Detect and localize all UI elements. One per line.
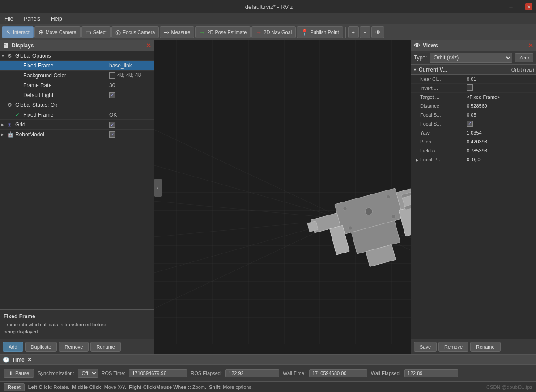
focus-camera-tool[interactable]: ◎ Focus Camera [111,26,159,38]
global-status-item[interactable]: ⚙ Global Status: Ok [0,100,154,110]
pause-button[interactable]: ⏸ Pause [4,369,34,378]
current-view-section: ▼ Current V... Orbit (rviz) [411,65,536,75]
close-button[interactable]: ✕ [525,3,532,10]
views-panel: 👁 Views ✕ Type: Orbit (rviz) Zero ▼ Curr… [411,40,536,354]
focal-point-label: ▶ Focal P... [411,157,465,162]
duplicate-display-button[interactable]: Duplicate [25,342,57,352]
views-tree: ▼ Current V... Orbit (rviz) Near Cl... 0… [411,65,536,339]
remove-display-button[interactable]: Remove [59,342,89,352]
fixed-frame-value: base_link [109,63,154,69]
measure-tool[interactable]: ⊸ Measure [160,26,194,38]
select-icon: ▭ [85,29,91,36]
pose-estimate-icon: → [199,29,205,36]
viewport-3d[interactable]: ‹ › [154,40,411,354]
focal-shape-fixed-checkbox[interactable]: ✓ [467,121,473,127]
invert-checkbox[interactable] [467,84,473,91]
publish-point-tool[interactable]: 📍 Publish Point [297,26,343,38]
time-panel-close[interactable]: ✕ [27,357,32,363]
default-light-label: Default Light [22,92,109,98]
robot-model-icon: 🤖 [7,131,14,138]
ros-elapsed-field[interactable] [225,369,279,377]
views-remove-button[interactable]: Remove [438,342,468,352]
move-camera-tool[interactable]: ⊕ Move Camera [34,26,81,38]
grid-item[interactable]: ▶ ⊞ Grid ✓ [0,120,154,130]
remove-tool-button[interactable]: − [360,26,370,38]
pause-icon: ⏸ [9,371,13,376]
frame-rate-item[interactable]: Frame Rate 30 [0,80,154,90]
views-zero-button[interactable]: Zero [515,53,533,62]
fixed-frame-label: Fixed Frame [22,63,109,69]
grid-expand: ▶ [1,122,7,127]
ff-ok-icon: ✓ [15,112,22,118]
global-options-icon: ⚙ [7,53,14,59]
menubar: File Panels Help [0,13,536,24]
pose-estimate-tool[interactable]: → 2D Pose Estimate [195,26,251,38]
views-rename-button[interactable]: Rename [470,342,501,352]
displays-panel-close[interactable]: ✕ [146,42,151,49]
views-type-select[interactable]: Orbit (rviz) [430,53,512,63]
field-of-view-value: 0.785398 [465,148,536,153]
bg-color-swatch [109,72,115,79]
time-panel-header: 🕐 Time ✕ [0,355,536,365]
grid-check[interactable]: ✓ [109,122,115,128]
focus-camera-label: Focus Camera [123,30,155,35]
pitch-value: 0.420398 [465,139,536,144]
robot-model-check[interactable]: ✓ [109,131,115,138]
views-panel-close[interactable]: ✕ [528,42,533,49]
menu-help[interactable]: Help [48,15,65,23]
default-light-check[interactable]: ✓ [109,92,115,98]
time-panel: 🕐 Time ✕ ⏸ Pause Synchronization: Off RO… [0,354,536,381]
select-label: Select [93,30,107,35]
near-clip-label: Near Cl... [411,76,465,82]
global-options-label: Global Options [14,53,109,59]
robot-model-value: ✓ [109,131,154,138]
toolbar: ↖ Interact ⊕ Move Camera ▭ Select ◎ Focu… [0,24,536,40]
select-tool[interactable]: ▭ Select [81,26,111,38]
menu-file[interactable]: File [2,15,16,23]
fixed-frame-item[interactable]: Fixed Frame base_link [0,61,154,71]
invert-label: Invert ... [411,85,465,91]
focal-point-value: 0; 0; 0 [465,157,536,162]
add-tool-button[interactable]: + [348,26,359,38]
views-type-row: Type: Orbit (rviz) Zero [411,51,536,65]
frame-rate-label: Frame Rate [22,82,109,89]
fixed-frame-ok-item[interactable]: ✓ Fixed Frame OK [0,110,154,120]
focal-point-expand[interactable]: ▶ [416,158,419,162]
wall-elapsed-field[interactable] [404,369,458,377]
menu-panels[interactable]: Panels [21,15,43,23]
maximize-button[interactable]: □ [516,3,523,10]
bg-color-value: 48; 48; 48 [109,72,154,79]
nav-goal-tool[interactable]: → 2D Nav Goal [251,26,296,38]
default-light-item[interactable]: Default Light ✓ [0,90,154,100]
robot-model-item[interactable]: ▶ 🤖 RobotModel ✓ [0,130,154,139]
status-desc-title: Fixed Frame [4,313,150,320]
wall-time-field[interactable] [309,369,367,377]
displays-panel-icon: 🖥 [3,42,9,49]
interact-tool[interactable]: ↖ Interact [2,26,34,38]
views-save-button[interactable]: Save [414,342,437,352]
minimize-button[interactable]: ─ [507,3,515,10]
near-clip-value: 0.01 [465,76,536,82]
focus-camera-icon: ◎ [115,29,121,36]
global-status-icon: ⚙ [7,102,14,108]
reset-button[interactable]: Reset [4,383,25,391]
bg-color-label: Background Color [22,72,109,79]
view-toggle-button[interactable]: 👁 [371,26,384,38]
field-of-view-prop: Field o... 0.785398 [411,146,536,155]
current-view-expand[interactable]: ▼ [413,67,417,72]
pitch-label: Pitch [411,139,465,144]
wall-time-label: Wall Time: [283,371,306,376]
main-area: 🖥 Displays ✕ ▼ ⚙ Global Options Fixed Fr… [0,40,536,354]
time-panel-title: Time [12,357,25,363]
sync-select[interactable]: Off [78,369,98,378]
add-display-button[interactable]: Add [3,342,23,352]
focal-shape-size-value: 0.05 [465,112,536,118]
views-buttons: Save Remove Rename [411,339,536,354]
global-options-item[interactable]: ▼ ⚙ Global Options [0,51,154,61]
ff-ok-value: OK [109,112,154,118]
background-color-item[interactable]: Background Color 48; 48; 48 [0,71,154,80]
rename-display-button[interactable]: Rename [90,342,121,352]
ros-time-field[interactable] [129,369,187,377]
publish-point-icon: 📍 [301,29,308,36]
nav-goal-label: 2D Nav Goal [264,30,292,35]
